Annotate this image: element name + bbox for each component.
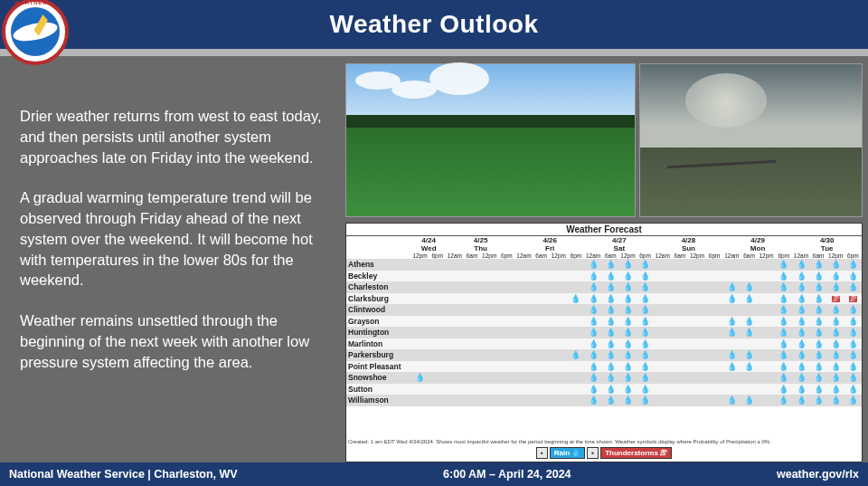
raindrop-icon: 💧 — [640, 282, 650, 291]
raindrop-icon: 💧 — [814, 305, 824, 314]
raindrop-icon: 💧 — [623, 260, 633, 269]
forecast-location-label: Huntington — [346, 328, 411, 337]
raindrop-icon: 💧 — [571, 350, 580, 359]
raindrop-icon: 💧 — [640, 395, 650, 405]
forecast-legend: ▪ Rain 💧 ▪ Thunderstorms ⛈ — [346, 445, 862, 462]
raindrop-icon: 💧 — [814, 350, 824, 359]
forecast-row: Grayson💧💧💧💧💧💧💧💧💧💧💧 — [346, 316, 862, 328]
raindrop-icon: 💧 — [778, 317, 788, 326]
photo-clear-field — [345, 63, 636, 217]
forecast-row: Marlinton💧💧💧💧💧💧💧💧💧 — [346, 338, 862, 350]
raindrop-icon: 💧 — [831, 328, 841, 337]
legend-thunderstorm: Thunderstorms ⛈ — [600, 447, 672, 459]
raindrop-icon: 💧 — [778, 305, 788, 314]
raindrop-icon: 💧 — [727, 294, 737, 303]
raindrop-icon: 💧 — [744, 317, 754, 326]
raindrop-icon: 💧 — [814, 373, 824, 382]
forecast-row: Charleston💧💧💧💧💧💧💧💧💧💧💧 — [346, 281, 862, 293]
raindrop-icon: 💧 — [640, 339, 650, 348]
raindrop-icon: 💧 — [848, 305, 858, 314]
raindrop-icon: 💧 — [778, 373, 788, 382]
raindrop-icon: 💧 — [744, 350, 754, 359]
raindrop-icon: 💧 — [744, 362, 754, 371]
raindrop-icon: 💧 — [606, 339, 616, 348]
raindrop-icon: 💧 — [606, 362, 616, 371]
thunderstorm-icon: ⛈ — [660, 449, 667, 457]
legend-bullet-1: ▪ — [536, 447, 548, 459]
header-stripe — [0, 49, 868, 56]
raindrop-icon: 💧 — [623, 294, 633, 303]
raindrop-icon: 💧 — [831, 362, 841, 371]
raindrop-icon: 💧 — [415, 373, 425, 382]
raindrop-icon: 💧 — [814, 328, 824, 337]
thunderstorm-icon: ⛈ — [849, 296, 857, 302]
raindrop-icon: 💧 — [797, 294, 807, 303]
raindrop-icon: 💧 — [848, 272, 858, 281]
raindrop-icon: 💧 — [606, 373, 616, 382]
forecast-note: Created: 1 am EDT Wed 4/24/2024. Shows m… — [346, 438, 862, 445]
raindrop-icon: 💧 — [571, 294, 580, 303]
raindrop-icon: 💧 — [571, 449, 580, 457]
raindrop-icon: 💧 — [623, 317, 633, 326]
raindrop-icon: 💧 — [640, 373, 650, 382]
raindrop-icon: 💧 — [640, 272, 650, 281]
legend-bullet-2: ▪ — [587, 447, 599, 459]
raindrop-icon: 💧 — [814, 317, 824, 326]
raindrop-icon: 💧 — [797, 339, 807, 348]
raindrop-icon: 💧 — [848, 260, 858, 269]
summary-paragraph-1: Drier weather returns from west to east … — [20, 106, 326, 167]
forecast-row: Athens💧💧💧💧💧💧💧💧💧 — [346, 259, 862, 271]
raindrop-icon: 💧 — [797, 305, 807, 314]
forecast-location-label: Charleston — [346, 282, 411, 291]
summary-paragraph-2: A gradual warming temperature trend will… — [20, 187, 326, 291]
raindrop-icon: 💧 — [778, 385, 788, 394]
raindrop-icon: 💧 — [797, 282, 807, 291]
raindrop-icon: 💧 — [727, 395, 737, 405]
raindrop-icon: 💧 — [831, 305, 841, 314]
raindrop-icon: 💧 — [589, 260, 599, 269]
raindrop-icon: 💧 — [814, 339, 824, 348]
raindrop-icon: 💧 — [606, 272, 616, 281]
raindrop-icon: 💧 — [831, 350, 841, 359]
forecast-row: Williamson💧💧💧💧💧💧💧💧💧💧💧 — [346, 395, 862, 406]
raindrop-icon: 💧 — [797, 317, 807, 326]
raindrop-icon: 💧 — [589, 317, 599, 326]
raindrop-icon: 💧 — [744, 294, 754, 303]
forecast-location-label: Clintwood — [346, 305, 411, 314]
raindrop-icon: 💧 — [831, 385, 841, 394]
raindrop-icon: 💧 — [640, 328, 650, 337]
page-title: Weather Outlook — [0, 10, 868, 39]
raindrop-icon: 💧 — [606, 328, 616, 337]
raindrop-icon: 💧 — [831, 339, 841, 348]
raindrop-icon: 💧 — [744, 328, 754, 337]
forecast-row: Clintwood💧💧💧💧💧💧💧💧💧 — [346, 304, 862, 316]
raindrop-icon: 💧 — [778, 339, 788, 348]
footer-bar: National Weather Service | Charleston, W… — [0, 462, 868, 486]
raindrop-icon: 💧 — [589, 395, 599, 405]
forecast-location-label: Marlinton — [346, 339, 411, 348]
raindrop-icon: 💧 — [797, 328, 807, 337]
raindrop-icon: 💧 — [623, 272, 633, 281]
raindrop-icon: 💧 — [814, 362, 824, 371]
forecast-body: Athens💧💧💧💧💧💧💧💧💧Beckley💧💧💧💧💧💧💧💧💧Charlesto… — [346, 259, 862, 438]
forecast-day-col: 4/27Sat — [585, 236, 655, 253]
raindrop-icon: 💧 — [606, 294, 616, 303]
raindrop-icon: 💧 — [814, 282, 824, 291]
raindrop-icon: 💧 — [589, 385, 599, 394]
forecast-row: Point Pleasant💧💧💧💧💧💧💧💧💧💧💧 — [346, 361, 862, 373]
legend-rain: Rain 💧 — [550, 447, 586, 459]
forecast-location-label: Snowshoe — [346, 373, 411, 382]
forecast-location-label: Grayson — [346, 317, 411, 326]
raindrop-icon: 💧 — [606, 305, 616, 314]
forecast-day-col: 4/30Tue — [792, 236, 862, 253]
raindrop-icon: 💧 — [778, 362, 788, 371]
raindrop-icon: 💧 — [848, 328, 858, 337]
forecast-location-label: Clarksburg — [346, 294, 411, 303]
raindrop-icon: 💧 — [623, 282, 633, 291]
raindrop-icon: 💧 — [848, 282, 858, 291]
forecast-row: Huntington💧💧💧💧💧💧💧💧💧💧💧 — [346, 327, 862, 338]
raindrop-icon: 💧 — [606, 395, 616, 405]
raindrop-icon: 💧 — [778, 282, 788, 291]
raindrop-icon: 💧 — [797, 385, 807, 394]
raindrop-icon: 💧 — [623, 395, 633, 405]
